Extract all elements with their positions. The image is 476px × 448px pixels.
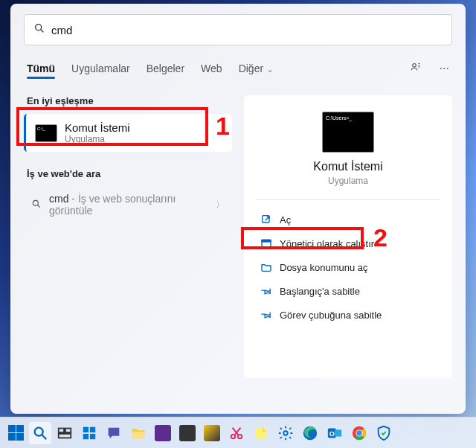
svg-rect-25 — [335, 429, 341, 436]
svg-point-3 — [33, 200, 38, 205]
preview-title: Komut İstemi — [254, 160, 442, 173]
svg-line-9 — [42, 435, 47, 439]
search-panel: Tümü Uygulamalar Belgeler Web Diğer ⌄ ··… — [10, 4, 466, 414]
task-view-icon[interactable] — [54, 422, 76, 444]
action-run-as-admin[interactable]: Yönetici olarak çalıştır — [254, 231, 442, 255]
best-match-title: Komut İstemi — [65, 121, 130, 134]
pin-icon — [260, 285, 272, 297]
app-icon[interactable] — [152, 422, 174, 444]
search-input[interactable] — [51, 24, 443, 36]
pin-icon — [260, 309, 272, 321]
folder-icon — [260, 261, 272, 273]
search-box[interactable] — [24, 14, 452, 45]
admin-window-icon — [260, 237, 272, 249]
chat-icon[interactable] — [103, 422, 125, 444]
app-icon[interactable] — [176, 422, 199, 444]
svg-line-4 — [38, 205, 40, 207]
svg-point-0 — [36, 25, 42, 31]
svg-rect-16 — [90, 433, 95, 438]
svg-rect-7 — [262, 240, 271, 242]
search-icon — [31, 199, 42, 211]
svg-rect-14 — [90, 426, 95, 432]
svg-rect-12 — [59, 433, 71, 438]
svg-point-30 — [356, 430, 361, 435]
svg-point-21 — [283, 431, 288, 435]
preview-pane: C:\Users>_ Komut İstemi Uygulama Aç Yöne… — [244, 95, 452, 378]
results-column: En iyi eşleşme C:\_ Komut İstemi Uygulam… — [24, 95, 232, 378]
search-icon — [33, 22, 45, 37]
start-button[interactable] — [4, 422, 27, 444]
action-open[interactable]: Aç — [254, 208, 442, 231]
command-prompt-icon: C:\Users>_ — [322, 112, 374, 153]
settings-icon[interactable] — [274, 422, 297, 444]
taskbar: O — [0, 417, 476, 448]
svg-rect-13 — [83, 426, 89, 432]
svg-point-19 — [238, 434, 242, 438]
best-match-subtitle: Uygulama — [65, 134, 130, 144]
edge-icon[interactable] — [299, 422, 321, 444]
taskbar-search[interactable] — [29, 422, 51, 444]
widgets-icon[interactable] — [78, 422, 100, 444]
best-match-item[interactable]: C:\_ Komut İstemi Uygulama — [24, 114, 232, 152]
security-icon[interactable] — [373, 422, 395, 444]
svg-rect-20 — [256, 427, 267, 438]
svg-point-18 — [231, 434, 236, 438]
search-web-header: İş ve web'de ara — [27, 168, 229, 179]
best-match-header: En iyi eşleşme — [27, 95, 229, 106]
tab-all[interactable]: Tümü — [27, 63, 55, 80]
action-open-file-location[interactable]: Dosya konumunu aç — [254, 255, 442, 279]
search-web-item[interactable]: cmd - İş ve web sonuçlarını görüntüle 〉 — [24, 187, 232, 223]
tab-apps[interactable]: Uygulamalar — [71, 63, 130, 80]
tab-docs[interactable]: Belgeler — [147, 63, 184, 80]
action-pin-to-taskbar[interactable]: Görev çubuğuna sabitle — [254, 303, 442, 327]
app-icon[interactable] — [201, 422, 223, 444]
svg-rect-11 — [65, 428, 71, 432]
tab-more[interactable]: Diğer ⌄ — [239, 63, 274, 80]
divider — [256, 199, 440, 200]
snipping-tool-icon[interactable] — [225, 422, 248, 444]
svg-rect-10 — [59, 428, 64, 432]
chevron-right-icon: 〉 — [216, 199, 225, 211]
svg-rect-17 — [132, 432, 145, 438]
sticky-notes-icon[interactable] — [250, 422, 272, 444]
svg-point-2 — [412, 64, 416, 68]
tab-web[interactable]: Web — [201, 63, 222, 80]
svg-text:O: O — [329, 429, 335, 437]
more-options-icon[interactable]: ··· — [440, 62, 449, 81]
chrome-icon[interactable] — [348, 422, 370, 444]
filter-tabs: Tümü Uygulamalar Belgeler Web Diğer ⌄ ··… — [24, 60, 452, 82]
file-explorer-icon[interactable] — [127, 422, 149, 444]
action-pin-to-start[interactable]: Başlangıç'a sabitle — [254, 279, 442, 303]
account-switch-icon[interactable] — [410, 60, 423, 82]
open-icon — [260, 214, 272, 225]
svg-rect-15 — [83, 433, 89, 438]
svg-line-1 — [41, 30, 43, 32]
command-prompt-icon: C:\_ — [35, 124, 57, 142]
outlook-icon[interactable]: O — [324, 422, 346, 444]
preview-subtitle: Uygulama — [254, 176, 442, 186]
svg-point-8 — [35, 427, 43, 435]
